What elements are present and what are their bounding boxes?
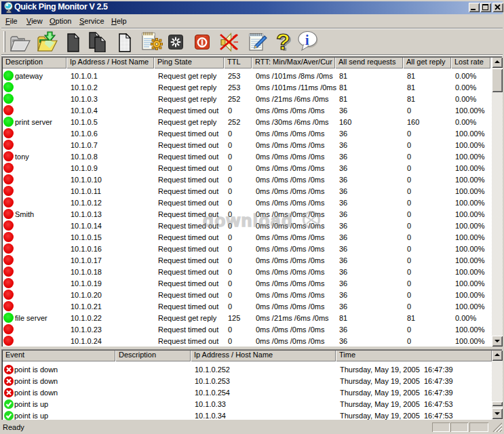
svg-text:i: i: [305, 33, 309, 47]
svg-text:?: ?: [276, 31, 290, 53]
svg-text:download: download: [203, 210, 293, 231]
